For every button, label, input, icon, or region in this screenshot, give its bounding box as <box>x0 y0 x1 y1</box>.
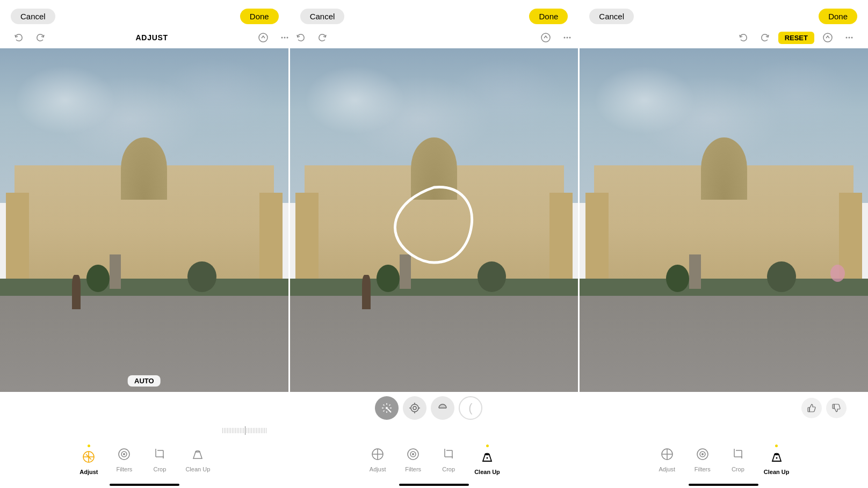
filters-icon-2 <box>407 448 419 464</box>
home-indicator-3 <box>689 484 758 486</box>
cleanup-icon-active-2 <box>481 450 494 467</box>
nav-crop-1[interactable]: Crop <box>142 443 177 477</box>
svg-point-22 <box>411 404 418 412</box>
cleanup-label-1: Clean Up <box>185 466 210 472</box>
svg-point-20 <box>386 407 388 409</box>
filters-icon-3 <box>696 448 709 464</box>
svg-line-21 <box>388 409 392 413</box>
crop-icon-2 <box>442 448 455 464</box>
more-button-3[interactable] <box>841 30 857 46</box>
redo-button-3[interactable] <box>757 30 773 46</box>
image-panel-2[interactable] <box>290 48 578 392</box>
arrow-up-button-2[interactable] <box>538 30 554 46</box>
cleanup-active-dot-3 <box>775 445 778 447</box>
adjust-active-dot-1 <box>88 445 90 447</box>
nav-cleanup-1[interactable]: Clean Up <box>178 443 218 477</box>
thumbs-up-button[interactable] <box>801 398 822 418</box>
nav-cleanup-3[interactable]: Clean Up <box>756 440 797 479</box>
undo-button-1[interactable] <box>11 30 27 46</box>
nav-section-2: Adjust Filters Crop <box>290 437 579 483</box>
nav-filters-2[interactable]: Filters <box>396 443 430 477</box>
nav-section-3: Adjust Filters Crop <box>578 437 868 483</box>
adjust-label-1: Adjust <box>79 469 98 475</box>
nav-cleanup-2[interactable]: Clean Up <box>467 440 508 479</box>
image-panel-3 <box>580 48 868 392</box>
cleanup-active-dot-2 <box>486 445 489 447</box>
crop-label-1: Crop <box>153 466 166 472</box>
nav-adjust-2[interactable]: Adjust <box>360 443 395 477</box>
curve-tool[interactable]: ( <box>459 396 482 420</box>
svg-point-8 <box>823 33 832 42</box>
more-button-2[interactable] <box>559 30 575 46</box>
adjust-label-3: Adjust <box>659 466 676 472</box>
reset-button-3[interactable]: RESET <box>778 32 814 44</box>
half-circle-tool[interactable] <box>431 396 454 420</box>
svg-rect-29 <box>808 407 809 412</box>
thumbs-down-button[interactable] <box>826 398 847 418</box>
filters-label-1: Filters <box>116 466 132 472</box>
nav-adjust-3[interactable]: Adjust <box>650 443 684 477</box>
svg-point-47 <box>412 453 414 455</box>
filters-label-3: Filters <box>695 466 711 472</box>
svg-point-2 <box>284 37 286 39</box>
svg-point-5 <box>563 37 565 39</box>
more-button-1[interactable] <box>277 30 293 46</box>
circle-tool[interactable] <box>403 396 426 420</box>
nav-crop-3[interactable]: Crop <box>721 443 755 477</box>
crop-icon-1 <box>153 448 166 464</box>
done-button-3[interactable]: Done <box>819 9 857 24</box>
cleanup-icon-active-3 <box>770 450 783 467</box>
cancel-button-1[interactable]: Cancel <box>11 9 55 24</box>
svg-point-6 <box>566 37 568 39</box>
svg-point-52 <box>487 457 488 459</box>
crop-icon-3 <box>732 448 744 464</box>
auto-badge: AUTO <box>128 375 161 387</box>
arrow-up-button-3[interactable] <box>820 30 836 46</box>
home-indicator-1 <box>110 484 179 486</box>
redo-button-1[interactable] <box>32 30 48 46</box>
svg-rect-30 <box>833 404 834 409</box>
adjust-icon-3 <box>661 448 674 464</box>
cancel-button-2[interactable]: Cancel <box>300 9 345 24</box>
svg-point-9 <box>845 37 847 39</box>
svg-line-19 <box>384 411 385 412</box>
svg-point-7 <box>569 37 570 39</box>
filters-label-2: Filters <box>405 466 421 472</box>
crop-label-3: Crop <box>732 466 744 472</box>
cleanup-label-2: Clean Up <box>474 469 500 475</box>
svg-point-0 <box>259 33 267 42</box>
cleanup-icon-1 <box>191 448 204 464</box>
nav-filters-3[interactable]: Filters <box>685 443 720 477</box>
undo-button-3[interactable] <box>735 30 751 46</box>
svg-point-63 <box>776 457 777 459</box>
cancel-button-3[interactable]: Cancel <box>589 9 634 24</box>
svg-point-4 <box>541 33 550 42</box>
cleanup-label-3: Clean Up <box>764 469 790 475</box>
adjust-icon-1 <box>82 450 95 467</box>
nav-adjust-1[interactable]: Adjust <box>71 440 106 479</box>
crop-label-2: Crop <box>442 466 455 472</box>
done-button-2[interactable]: Done <box>529 9 568 24</box>
image-panel-1: AUTO <box>0 48 288 392</box>
svg-line-16 <box>384 405 385 406</box>
svg-point-3 <box>287 37 288 39</box>
svg-point-1 <box>281 37 283 39</box>
undo-button-2[interactable] <box>293 30 309 46</box>
magic-wand-tool[interactable] <box>375 396 399 420</box>
svg-point-37 <box>123 453 125 455</box>
arrow-up-button-1[interactable] <box>255 30 271 46</box>
adjust-label-2: Adjust <box>370 466 386 472</box>
redo-button-2[interactable] <box>314 30 330 46</box>
svg-point-10 <box>848 37 850 39</box>
done-button-1[interactable]: Done <box>240 9 279 24</box>
filters-icon-1 <box>118 448 131 464</box>
nav-section-1: Adjust Filters Crop <box>0 437 290 483</box>
toolbar-title-1: ADJUST <box>136 33 168 42</box>
home-indicator-2 <box>399 484 469 486</box>
svg-point-11 <box>851 37 852 39</box>
adjust-icon-2 <box>371 448 384 464</box>
svg-point-58 <box>701 453 704 455</box>
svg-point-23 <box>413 406 416 410</box>
nav-crop-2[interactable]: Crop <box>431 443 466 477</box>
nav-filters-1[interactable]: Filters <box>107 443 141 477</box>
